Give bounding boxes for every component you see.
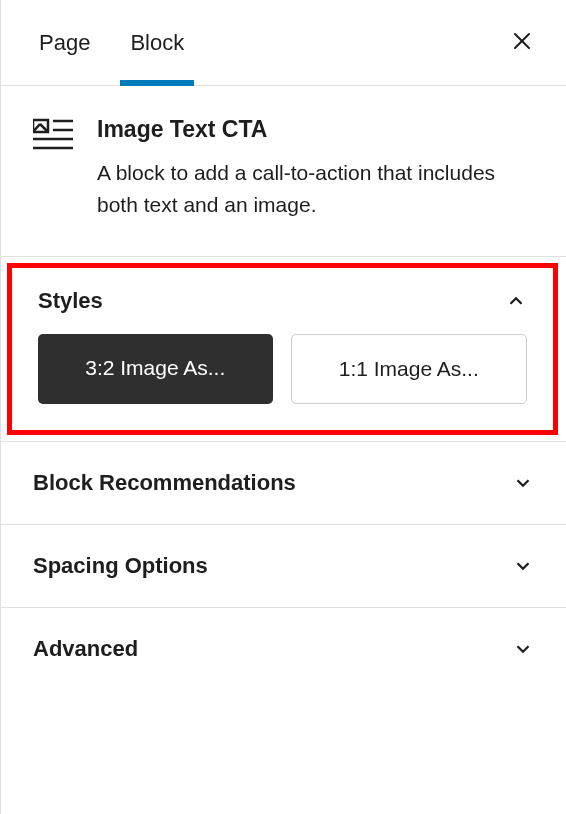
block-info: Image Text CTA A block to add a call-to-… — [1, 86, 566, 257]
block-description: A block to add a call-to-action that inc… — [97, 157, 534, 220]
chevron-up-icon — [505, 290, 527, 312]
panel-title-styles: Styles — [38, 288, 103, 314]
panel-header-recommendations[interactable]: Block Recommendations — [1, 442, 566, 524]
block-title: Image Text CTA — [97, 116, 534, 143]
panel-title-recommendations: Block Recommendations — [33, 470, 296, 496]
panel-header-spacing[interactable]: Spacing Options — [1, 525, 566, 607]
panel-advanced: Advanced — [1, 607, 566, 690]
chevron-down-icon — [512, 555, 534, 577]
chevron-down-icon — [512, 472, 534, 494]
panel-header-styles[interactable]: Styles — [12, 268, 553, 334]
close-icon — [510, 29, 534, 53]
styles-options: 3:2 Image As... 1:1 Image As... — [12, 334, 553, 430]
block-info-text: Image Text CTA A block to add a call-to-… — [97, 116, 534, 220]
block-type-icon — [33, 116, 73, 220]
panel-title-spacing: Spacing Options — [33, 553, 208, 579]
chevron-down-icon — [512, 638, 534, 660]
panel-header-advanced[interactable]: Advanced — [1, 608, 566, 690]
close-button[interactable] — [502, 20, 542, 66]
tab-block[interactable]: Block — [110, 0, 204, 86]
style-option-3-2[interactable]: 3:2 Image As... — [38, 334, 273, 404]
tabs-header: Page Block — [1, 0, 566, 86]
panel-recommendations: Block Recommendations — [1, 441, 566, 524]
style-option-1-1[interactable]: 1:1 Image As... — [291, 334, 528, 404]
styles-highlight-box: Styles 3:2 Image As... 1:1 Image As... — [7, 263, 558, 435]
tab-page[interactable]: Page — [25, 0, 110, 86]
panel-title-advanced: Advanced — [33, 636, 138, 662]
panel-spacing: Spacing Options — [1, 524, 566, 607]
